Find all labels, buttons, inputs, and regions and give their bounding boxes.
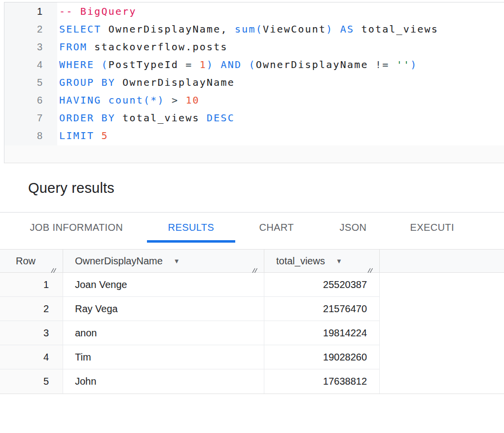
table-header-row: RowOwnerDisplayName▼total_views▼	[0, 249, 504, 273]
column-header-label: OwnerDisplayName	[75, 255, 163, 267]
table-row: 3anon19814224	[0, 321, 380, 345]
code-token: WHERE	[59, 59, 101, 71]
code-token: 10	[185, 94, 199, 106]
column-dropdown-arrow-icon[interactable]: ▼	[174, 258, 180, 264]
code-line[interactable]: ORDER BY total_views DESC	[57, 109, 504, 127]
row-number-cell: 5	[0, 369, 63, 394]
column-resize-handle-icon[interactable]	[252, 264, 258, 271]
column-resize-handle-icon[interactable]	[367, 264, 373, 271]
line-number: 4	[4, 56, 57, 73]
total-views-cell: 19814224	[264, 321, 380, 345]
code-token: PostTypeId	[108, 59, 186, 71]
table-bottom-border	[0, 394, 504, 394]
total-views-cell: 25520387	[264, 273, 380, 296]
code-line[interactable]: FROM stackoverflow.posts	[57, 38, 504, 56]
column-dropdown-arrow-icon[interactable]: ▼	[336, 258, 342, 264]
code-token: (	[249, 59, 256, 71]
table-row: 4Tim19028260	[0, 345, 380, 369]
tab-executi[interactable]: EXECUTI	[388, 213, 504, 243]
code-token: ''	[396, 59, 410, 71]
code-token: DESC	[207, 112, 235, 124]
code-token: sum	[235, 23, 256, 35]
query-results-header: Query results	[0, 164, 504, 212]
sql-code-area[interactable]: -- BigQuerySELECT OwnerDisplayName, sum(…	[57, 2, 504, 145]
code-token: =	[185, 59, 199, 71]
code-token: 5	[101, 130, 108, 142]
code-token: stackoverflow.posts	[94, 41, 228, 53]
column-header-total_views[interactable]: total_views▼	[264, 250, 380, 272]
code-token: 1	[200, 59, 207, 71]
tab-results[interactable]: RESULTS	[147, 213, 235, 243]
line-number-gutter: 12345678	[4, 2, 57, 145]
row-number-cell: 2	[0, 297, 63, 321]
results-tab-bar: JOB INFORMATIONRESULTSCHARTJSONEXECUTI	[0, 212, 504, 243]
code-line[interactable]: HAVING count(*) > 10	[57, 91, 504, 109]
tab-json[interactable]: JSON	[318, 213, 389, 243]
page-title: Query results	[28, 180, 114, 196]
owner-display-name-cell: Ray Vega	[63, 297, 264, 321]
column-resize-handle-icon[interactable]	[50, 264, 57, 271]
tab-job-information[interactable]: JOB INFORMATION	[6, 213, 147, 243]
table-row: 5John17638812	[0, 369, 380, 394]
column-header-label: Row	[16, 255, 36, 267]
code-token: )	[207, 59, 220, 71]
editor-empty-area[interactable]	[4, 145, 504, 163]
table-row: 2Ray Vega21576470	[0, 297, 380, 321]
row-number-cell: 3	[0, 321, 63, 345]
code-token: >	[172, 94, 185, 106]
code-token: )	[326, 23, 340, 35]
total-views-cell: 17638812	[264, 369, 380, 394]
code-line[interactable]: LIMIT 5	[57, 127, 504, 144]
results-table: RowOwnerDisplayName▼total_views▼ 1Joan V…	[0, 249, 504, 394]
line-number: 2	[4, 20, 57, 38]
code-token: OwnerDisplayName,	[108, 23, 235, 35]
code-line[interactable]: WHERE (PostTypeId = 1) AND (OwnerDisplay…	[57, 56, 504, 73]
code-token: total_views	[361, 23, 438, 35]
column-header-label: total_views	[276, 255, 325, 267]
code-token: GROUP BY	[59, 76, 122, 88]
owner-display-name-cell: John	[63, 369, 264, 394]
code-token: (	[144, 94, 150, 106]
active-tab-underline	[147, 240, 235, 243]
code-token: AS	[340, 23, 361, 35]
code-line[interactable]: GROUP BY OwnerDisplayName	[57, 73, 504, 91]
code-token: FROM	[59, 41, 94, 53]
tab-chart[interactable]: CHART	[235, 213, 318, 243]
code-token: ViewCount	[263, 23, 326, 35]
table-body: 1Joan Venge255203872Ray Vega215764703ano…	[0, 273, 504, 394]
row-number-cell: 1	[0, 273, 63, 296]
sql-editor[interactable]: 12345678 -- BigQuerySELECT OwnerDisplayN…	[4, 2, 504, 163]
column-header-empty	[380, 250, 504, 272]
code-token: total_views	[122, 112, 207, 124]
column-header-row[interactable]: Row	[0, 250, 63, 272]
code-token: AND	[221, 59, 249, 71]
table-row: 1Joan Venge25520387	[0, 273, 380, 297]
total-views-cell: 21576470	[264, 297, 380, 321]
code-token: LIMIT	[59, 130, 101, 142]
owner-display-name-cell: anon	[63, 321, 264, 345]
code-token: -- BigQuery	[59, 5, 137, 17]
code-token: OwnerDisplayName	[256, 59, 375, 71]
line-number: 1	[4, 2, 57, 20]
code-token: (	[101, 59, 108, 71]
code-token: )	[157, 94, 171, 106]
row-number-cell: 4	[0, 345, 63, 369]
code-token: SELECT	[59, 23, 108, 35]
code-token: ORDER BY	[59, 112, 122, 124]
line-number: 7	[4, 109, 57, 127]
code-token: OwnerDisplayName	[122, 76, 235, 88]
code-token: HAVING	[59, 94, 108, 106]
code-token: *	[150, 94, 157, 106]
owner-display-name-cell: Tim	[63, 345, 264, 369]
code-token: (	[256, 23, 263, 35]
owner-display-name-cell: Joan Venge	[63, 273, 264, 296]
code-token: count	[108, 94, 144, 106]
total-views-cell: 19028260	[264, 345, 380, 369]
line-number: 8	[4, 127, 57, 144]
code-token: !=	[375, 59, 396, 71]
code-line[interactable]: -- BigQuery	[57, 2, 504, 20]
code-line[interactable]: SELECT OwnerDisplayName, sum(ViewCount) …	[57, 20, 504, 38]
code-token: )	[410, 59, 417, 71]
line-number: 6	[4, 91, 57, 109]
column-header-ownerdisplayname[interactable]: OwnerDisplayName▼	[63, 250, 264, 272]
